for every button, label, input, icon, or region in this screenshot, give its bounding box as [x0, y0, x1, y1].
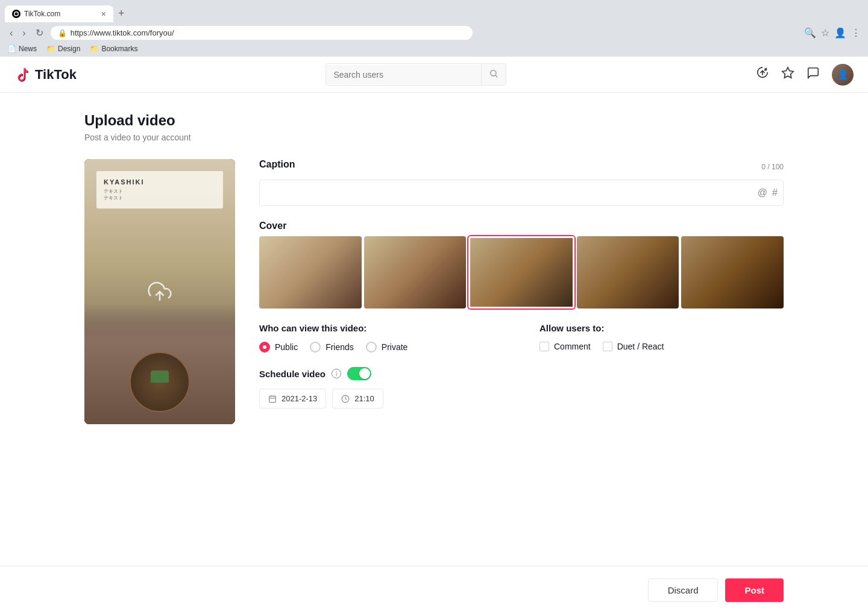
- bookmark-news-label: News: [19, 45, 37, 53]
- app-header: TikTok 👤: [0, 57, 868, 93]
- cover-thumbnails: [259, 236, 784, 309]
- checkbox-duet[interactable]: Duet / React: [603, 342, 664, 351]
- checkbox-duet-box: [603, 342, 612, 351]
- main-content: Upload video Post a video to your accoun…: [0, 93, 868, 443]
- favicon: [12, 10, 20, 18]
- cover-thumb-5[interactable]: [681, 236, 784, 309]
- video-content: KYASHIKI テキストテキスト: [84, 159, 235, 424]
- address-bar[interactable]: 🔒 https://www.tiktok.com/foryou/: [51, 26, 473, 40]
- schedule-time-value: 21:10: [354, 394, 374, 403]
- header-actions: 👤: [756, 64, 854, 86]
- cover-label: Cover: [259, 221, 784, 231]
- video-preview: KYASHIKI テキストテキスト: [84, 159, 235, 424]
- refresh-button[interactable]: ↻: [33, 26, 46, 40]
- caption-icons: @ #: [758, 187, 778, 198]
- hash-icon[interactable]: #: [772, 187, 778, 198]
- radio-friends-circle: [310, 342, 321, 352]
- new-tab-button[interactable]: +: [113, 5, 130, 22]
- tab-bar: TikTok.com × +: [0, 0, 868, 22]
- logo[interactable]: TikTok: [14, 66, 77, 83]
- visibility-section: Who can view this video: Public Friends: [259, 323, 784, 352]
- schedule-toggle[interactable]: [347, 367, 371, 380]
- radio-public[interactable]: Public: [259, 342, 298, 352]
- cover-thumb-4[interactable]: [577, 236, 679, 309]
- user-avatar[interactable]: 👤: [832, 64, 854, 86]
- browser-avatar-icon[interactable]: 👤: [834, 27, 846, 39]
- caption-label: Caption: [259, 159, 295, 170]
- upload-icon[interactable]: [756, 66, 769, 83]
- form-section: Caption 0 / 100 @ # Cover: [259, 159, 784, 423]
- caption-counter: 0 / 100: [761, 163, 784, 171]
- schedule-title: Schedule video: [259, 369, 326, 379]
- browser-tab[interactable]: TikTok.com ×: [5, 5, 113, 22]
- browser-search-icon[interactable]: 🔍: [804, 27, 816, 39]
- radio-private[interactable]: Private: [366, 342, 408, 352]
- schedule-time-picker[interactable]: 21:10: [332, 389, 383, 409]
- logo-text: TikTok: [35, 67, 77, 83]
- clock-icon: [341, 395, 350, 403]
- radio-friends[interactable]: Friends: [310, 342, 354, 352]
- caption-input-wrap: @ #: [259, 180, 784, 206]
- radio-public-circle: [259, 342, 270, 352]
- browser-menu-icon[interactable]: ⋮: [851, 27, 861, 39]
- schedule-datetime: 2021-2-13 21:10: [259, 389, 784, 409]
- forward-button[interactable]: ›: [20, 27, 28, 40]
- calendar-icon: [268, 395, 277, 403]
- radio-friends-label: Friends: [326, 342, 354, 352]
- upload-overlay: [148, 280, 172, 304]
- bookmark-bookmarks[interactable]: 📁 Bookmarks: [90, 45, 137, 53]
- filter-icon[interactable]: [781, 66, 794, 83]
- allow-title: Allow users to:: [539, 323, 784, 333]
- svg-point-1: [15, 12, 18, 15]
- search-icon: [489, 69, 498, 78]
- schedule-date-picker[interactable]: 2021-2-13: [259, 389, 326, 409]
- bookmarks-bar: 📄 News 📁 Design 📁 Bookmarks: [0, 43, 868, 57]
- cover-thumb-3[interactable]: [468, 236, 574, 309]
- lock-icon: 🔒: [58, 29, 67, 37]
- caption-header: Caption 0 / 100: [259, 159, 784, 175]
- cover-thumb-1[interactable]: [259, 236, 362, 309]
- svg-line-3: [496, 75, 498, 77]
- page-title: Upload video: [84, 112, 784, 129]
- bookmark-bookmarks-icon: 📁: [90, 45, 99, 53]
- bookmark-news[interactable]: 📄 News: [7, 45, 37, 53]
- upload-layout: KYASHIKI テキストテキスト: [84, 159, 784, 424]
- bookmark-design-label: Design: [58, 45, 80, 53]
- svg-point-2: [491, 70, 496, 76]
- schedule-date-value: 2021-2-13: [281, 394, 317, 403]
- svg-rect-6: [269, 396, 276, 403]
- search-button[interactable]: [481, 64, 506, 85]
- bookmark-design-icon: 📁: [46, 45, 55, 53]
- caption-group: Caption 0 / 100 @ #: [259, 159, 784, 206]
- allow-group: Allow users to: Comment Duet / React: [539, 323, 784, 352]
- video-card-overlay: KYASHIKI テキストテキスト: [96, 171, 223, 208]
- message-icon[interactable]: [807, 66, 820, 83]
- info-icon[interactable]: i: [332, 369, 341, 378]
- browser-star-icon[interactable]: ☆: [821, 27, 829, 39]
- browser-actions: 🔍 ☆ 👤 ⋮: [804, 27, 861, 39]
- toggle-knob: [359, 368, 370, 379]
- back-button[interactable]: ‹: [7, 27, 15, 40]
- checkbox-comment-box: [539, 342, 549, 351]
- caption-input[interactable]: [259, 180, 784, 206]
- search-input[interactable]: [326, 65, 481, 84]
- search-bar[interactable]: [326, 63, 506, 86]
- avatar-image: 👤: [837, 69, 849, 80]
- schedule-section: Schedule video i 2021-2-13: [259, 367, 784, 409]
- tab-title: TikTok.com: [24, 10, 98, 18]
- leaf-mock: [151, 371, 169, 383]
- cover-group: Cover: [259, 221, 784, 309]
- at-icon[interactable]: @: [758, 187, 767, 198]
- checkbox-duet-label: Duet / React: [617, 342, 664, 351]
- schedule-header: Schedule video i: [259, 367, 784, 380]
- radio-private-label: Private: [382, 342, 408, 352]
- visibility-title: Who can view this video:: [259, 323, 503, 333]
- cover-thumb-2[interactable]: [364, 236, 467, 309]
- page-subtitle: Post a video to your account: [84, 133, 784, 142]
- bookmark-design[interactable]: 📁 Design: [46, 45, 80, 53]
- cup-mock: [130, 352, 190, 412]
- radio-private-circle: [366, 342, 377, 352]
- tab-close-button[interactable]: ×: [101, 9, 106, 19]
- checkbox-comment[interactable]: Comment: [539, 342, 591, 351]
- tiktok-logo-icon: [14, 66, 31, 83]
